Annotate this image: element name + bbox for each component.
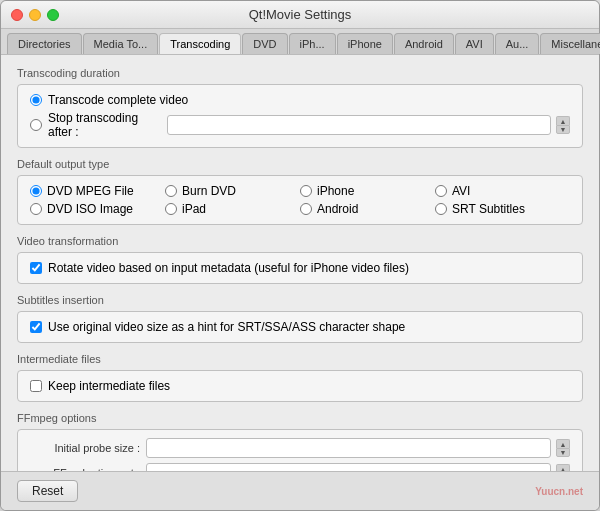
stop-after-label: Stop transcoding after :	[48, 111, 161, 139]
transcode-complete-row: Transcode complete video	[30, 93, 570, 107]
radio-avi[interactable]	[435, 185, 447, 197]
tab-directories[interactable]: Directories	[7, 33, 82, 54]
output-dvd-iso: DVD ISO Image	[30, 202, 165, 216]
window-title: Qt!Movie Settings	[249, 7, 352, 22]
probe-spin-up[interactable]: ▲	[556, 439, 570, 448]
rotate-video-label: Rotate video based on input metadata (us…	[48, 261, 409, 275]
section-subtitles: Subtitles insertion Use original video s…	[17, 294, 583, 343]
label-srt: SRT Subtitles	[452, 202, 525, 216]
ffprobe-timeout-input[interactable]: 40 seconds	[146, 463, 551, 471]
label-ipad: iPad	[182, 202, 206, 216]
tab-avi[interactable]: AVI	[455, 33, 494, 54]
section-transcode-duration: Transcoding duration Transcode complete …	[17, 67, 583, 148]
tab-transcoding[interactable]: Transcoding	[159, 33, 241, 54]
ffmpeg-box: Initial probe size : 200 seconds ▲ ▼ FFp…	[17, 429, 583, 471]
probe-spin-down[interactable]: ▼	[556, 448, 570, 457]
main-window: Qt!Movie Settings Directories Media To..…	[0, 0, 600, 511]
stop-spin-up[interactable]: ▲	[556, 116, 570, 125]
label-avi: AVI	[452, 184, 470, 198]
reset-button[interactable]: Reset	[17, 480, 78, 502]
section-label-ffmpeg: FFmpeg options	[17, 412, 583, 424]
section-label-intermediate: Intermediate files	[17, 353, 583, 365]
label-burn-dvd: Burn DVD	[182, 184, 236, 198]
bottom-bar: Reset Yuucn.net	[1, 471, 599, 510]
transcode-complete-label: Transcode complete video	[48, 93, 188, 107]
section-ffmpeg: FFmpeg options Initial probe size : 200 …	[17, 412, 583, 471]
video-transform-box: Rotate video based on input metadata (us…	[17, 252, 583, 284]
timeout-spinbox: ▲ ▼	[556, 464, 570, 471]
section-label-subtitles: Subtitles insertion	[17, 294, 583, 306]
probe-spinbox: ▲ ▼	[556, 439, 570, 457]
stop-after-radio[interactable]	[30, 119, 42, 131]
timeout-spin-up[interactable]: ▲	[556, 464, 570, 471]
ffprobe-timeout-row: FFprobe timeout : 40 seconds ▲ ▼	[30, 463, 570, 471]
radio-dvd-iso[interactable]	[30, 203, 42, 215]
rotate-video-checkbox[interactable]	[30, 262, 42, 274]
radio-ipad[interactable]	[165, 203, 177, 215]
keep-intermediate-checkbox[interactable]	[30, 380, 42, 392]
output-iphone: iPhone	[300, 184, 435, 198]
duration-box: Transcode complete video Stop transcodin…	[17, 84, 583, 148]
subtitles-hint-label: Use original video size as a hint for SR…	[48, 320, 405, 334]
tab-au[interactable]: Au...	[495, 33, 540, 54]
radio-iphone[interactable]	[300, 185, 312, 197]
section-intermediate: Intermediate files Keep intermediate fil…	[17, 353, 583, 402]
probe-size-label: Initial probe size :	[30, 442, 140, 454]
radio-dvd-mpeg[interactable]	[30, 185, 42, 197]
label-dvd-iso: DVD ISO Image	[47, 202, 133, 216]
label-dvd-mpeg: DVD MPEG File	[47, 184, 134, 198]
stop-spinbox: ▲ ▼	[556, 116, 570, 134]
window-controls	[11, 9, 59, 21]
radio-srt[interactable]	[435, 203, 447, 215]
section-label-video-transform: Video transformation	[17, 235, 583, 247]
subtitles-hint-row: Use original video size as a hint for SR…	[30, 320, 570, 334]
output-srt: SRT Subtitles	[435, 202, 570, 216]
tab-android[interactable]: Android	[394, 33, 454, 54]
section-label-output: Default output type	[17, 158, 583, 170]
transcode-complete-radio[interactable]	[30, 94, 42, 106]
output-dvd-mpeg: DVD MPEG File	[30, 184, 165, 198]
stop-after-row: Stop transcoding after : 0 seconds ▲ ▼	[30, 111, 570, 139]
probe-size-input[interactable]: 200 seconds	[146, 438, 551, 458]
output-burn-dvd: Burn DVD	[165, 184, 300, 198]
label-iphone: iPhone	[317, 184, 354, 198]
titlebar: Qt!Movie Settings	[1, 1, 599, 29]
subtitles-box: Use original video size as a hint for SR…	[17, 311, 583, 343]
section-label-duration: Transcoding duration	[17, 67, 583, 79]
intermediate-box: Keep intermediate files	[17, 370, 583, 402]
output-avi: AVI	[435, 184, 570, 198]
section-video-transform: Video transformation Rotate video based …	[17, 235, 583, 284]
output-ipad: iPad	[165, 202, 300, 216]
watermark-text: Yuucn.net	[535, 486, 583, 497]
close-button[interactable]	[11, 9, 23, 21]
minimize-button[interactable]	[29, 9, 41, 21]
tab-iphone[interactable]: iPhone	[337, 33, 393, 54]
tab-bar: Directories Media To... Transcoding DVD …	[1, 29, 599, 55]
tab-iph[interactable]: iPh...	[289, 33, 336, 54]
section-output-type: Default output type DVD MPEG File Burn D…	[17, 158, 583, 225]
stop-spin-down[interactable]: ▼	[556, 125, 570, 134]
keep-intermediate-row: Keep intermediate files	[30, 379, 570, 393]
probe-size-row: Initial probe size : 200 seconds ▲ ▼	[30, 438, 570, 458]
rotate-video-row: Rotate video based on input metadata (us…	[30, 261, 570, 275]
tab-media[interactable]: Media To...	[83, 33, 159, 54]
output-android: Android	[300, 202, 435, 216]
subtitles-hint-checkbox[interactable]	[30, 321, 42, 333]
tab-misc[interactable]: Miscellaneous	[540, 33, 600, 54]
content-area: Transcoding duration Transcode complete …	[1, 55, 599, 471]
keep-intermediate-label: Keep intermediate files	[48, 379, 170, 393]
maximize-button[interactable]	[47, 9, 59, 21]
output-grid: DVD MPEG File Burn DVD iPhone AVI	[30, 184, 570, 216]
radio-burn-dvd[interactable]	[165, 185, 177, 197]
label-android: Android	[317, 202, 358, 216]
radio-android[interactable]	[300, 203, 312, 215]
output-box: DVD MPEG File Burn DVD iPhone AVI	[17, 175, 583, 225]
tab-dvd[interactable]: DVD	[242, 33, 287, 54]
stop-after-input[interactable]: 0 seconds	[167, 115, 551, 135]
